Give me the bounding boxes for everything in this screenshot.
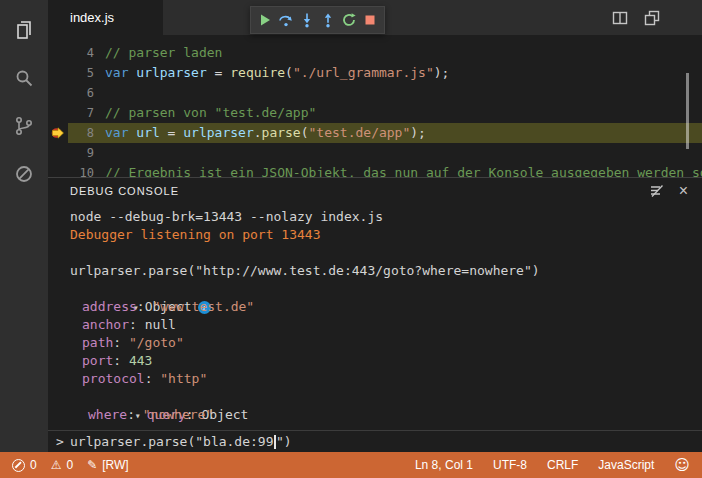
tab-label: index.js [70, 10, 114, 25]
line-number: 9 [68, 143, 105, 163]
warning-icon: ⚠ [51, 459, 62, 471]
activity-bar [0, 0, 48, 452]
gutter-glyph[interactable] [48, 143, 68, 163]
line-number: 7 [68, 103, 105, 123]
debug-icon [13, 163, 35, 189]
clear-console-icon[interactable] [649, 183, 665, 199]
explorer-icon [13, 19, 35, 45]
code-editor[interactable]: 4 // parser laden 5 var urlparser = requ… [48, 35, 702, 177]
repl-input-text: urlparser.parse("bla.de:99 [70, 434, 274, 449]
gutter-glyph[interactable] [48, 103, 68, 123]
stop-button[interactable] [361, 10, 379, 30]
object-root-row: ▾Objecti [70, 280, 702, 298]
repl-prompt: > [56, 434, 70, 449]
status-eol[interactable]: CRLF [547, 458, 578, 472]
status-errors[interactable]: 0 [12, 458, 37, 472]
git-branch-icon [13, 115, 35, 141]
console-line: urlparser.parse("http://www.test.de:443/… [70, 262, 702, 280]
status-cursor-position[interactable]: Ln 8, Col 1 [415, 458, 473, 472]
object-property-row: protocol: "http" [70, 370, 702, 388]
object-property-row: port: 443 [70, 352, 702, 370]
repl-input-text-after: ") [276, 434, 292, 449]
console-line: node --debug-brk=13443 --nolazy index.js [70, 208, 702, 226]
gutter-glyph[interactable] [48, 83, 68, 103]
status-bar: 0 ⚠ 0 ✎ [RW] Ln 8, Col 1 UTF-8 CRLF Java… [0, 452, 702, 478]
line-number: 6 [68, 83, 105, 103]
main-area: index.js [48, 0, 702, 452]
console-output[interactable]: node --debug-brk=13443 --nolazy index.js… [48, 204, 702, 430]
step-out-button[interactable] [319, 10, 337, 30]
sidebar-item-explorer[interactable] [0, 8, 48, 56]
panel-title: DEBUG CONSOLE [70, 185, 179, 197]
status-warnings[interactable]: ⚠ 0 [51, 458, 73, 472]
error-icon [12, 459, 25, 472]
object-property-row: path: "/goto" [70, 334, 702, 352]
editor-line: 6 [48, 83, 702, 103]
object-property-row: address: "www.test.de" [70, 298, 702, 316]
object-property-row: anchor: null [70, 316, 702, 334]
status-encoding[interactable]: UTF-8 [493, 458, 527, 472]
editor-actions [612, 0, 660, 35]
editor-line: 4 // parser laden [48, 43, 702, 63]
editor-line: 9 [48, 143, 702, 163]
restart-button[interactable] [340, 10, 358, 30]
object-property-row-expandable: ▾query: Object [70, 388, 702, 406]
sidebar-item-debug[interactable] [0, 152, 48, 200]
current-line-breakpoint-icon[interactable] [48, 123, 68, 143]
line-number: 8 [68, 123, 105, 143]
step-into-button[interactable] [298, 10, 316, 30]
line-number: 5 [68, 63, 105, 83]
editor-line: 5 var urlparser = require("./url_grammar… [48, 63, 702, 83]
editor-scrollbar[interactable] [686, 73, 689, 149]
gutter-glyph[interactable] [48, 163, 68, 177]
status-language[interactable]: JavaScript [598, 458, 654, 472]
console-line [70, 244, 702, 262]
editor-line: 10 // Ergebnis ist ein JSON-Objekt, das … [48, 163, 702, 177]
pencil-icon: ✎ [87, 459, 97, 471]
debug-toolbar [250, 6, 385, 34]
console-repl-input[interactable]: >urlparser.parse("bla.de:99") [48, 430, 702, 452]
search-icon [13, 67, 35, 93]
line-number: 4 [68, 43, 105, 63]
gutter-glyph[interactable] [48, 63, 68, 83]
tab-index-js[interactable]: index.js [48, 0, 163, 35]
object-property-row: where: "nowhere" [70, 406, 702, 424]
console-line-stderr: Debugger listening on port 13443 [70, 226, 702, 244]
line-number: 10 [68, 163, 105, 177]
sidebar-item-search[interactable] [0, 56, 48, 104]
sidebar-item-git[interactable] [0, 104, 48, 152]
panel-header: DEBUG CONSOLE × [48, 178, 702, 204]
debug-console-panel: DEBUG CONSOLE × node --debug-brk=13443 -… [48, 177, 702, 452]
step-over-button[interactable] [277, 10, 295, 30]
continue-button[interactable] [256, 10, 274, 30]
close-panel-icon[interactable]: × [679, 183, 688, 199]
editor-line: 7 // parsen von "test.de/app" [48, 103, 702, 123]
feedback-smiley-icon[interactable]: ☺ [674, 458, 690, 473]
editor-line-current: 8 var url = urlparser.parse("test.de/app… [48, 123, 702, 143]
split-editor-icon[interactable] [612, 10, 628, 26]
open-preview-icon[interactable] [644, 10, 660, 26]
status-file-mode[interactable]: ✎ [RW] [87, 458, 129, 472]
gutter-glyph[interactable] [48, 43, 68, 63]
